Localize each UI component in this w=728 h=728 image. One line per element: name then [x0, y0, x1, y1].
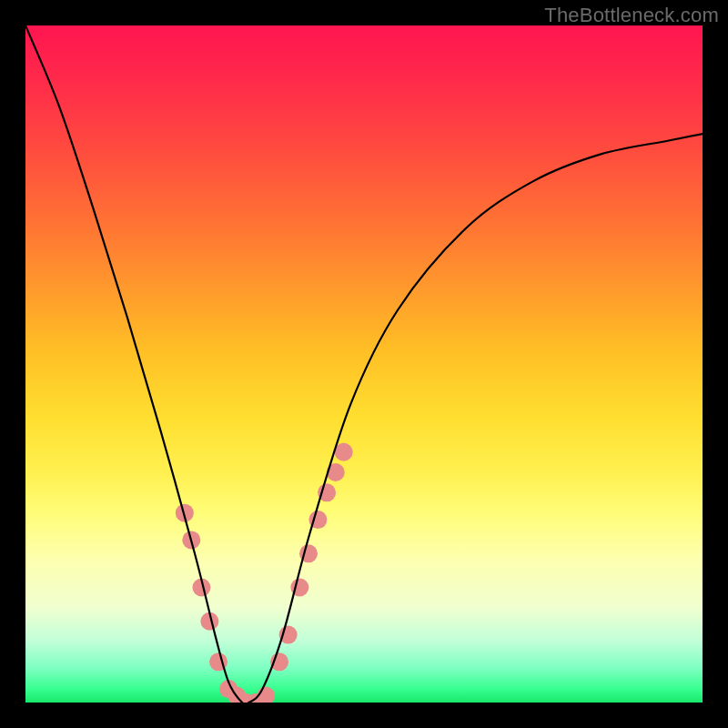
curve-svg: [25, 25, 703, 703]
bottleneck-curve: [25, 25, 703, 703]
marker-layer: [176, 443, 353, 703]
plot-area: [25, 25, 703, 703]
highlight-dot: [335, 443, 353, 461]
watermark-text: TheBottleneck.com: [544, 4, 719, 27]
chart-frame: TheBottleneck.com: [0, 0, 728, 728]
